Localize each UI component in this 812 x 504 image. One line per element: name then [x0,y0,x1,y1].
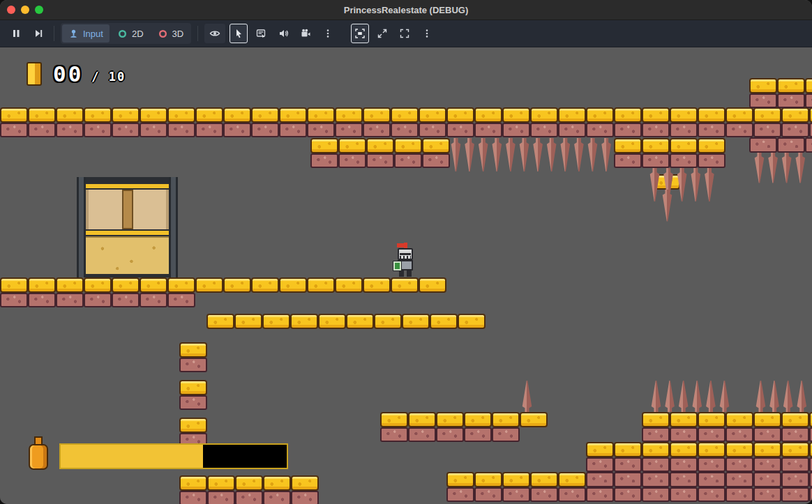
view-menu-button[interactable] [418,24,436,43]
input-mode-button[interactable]: Input [62,24,110,43]
spike-down-icon [477,138,489,171]
dirt-tile [223,123,251,138]
dirt-tile [530,123,558,138]
dirt-tile [446,123,474,138]
gold-tile [346,314,374,329]
dirt-tile [670,457,698,473]
door-icon [27,62,42,86]
spike-down-icon [690,168,702,201]
gold-tile [195,277,223,293]
dirt-tile [391,123,419,138]
dirt-tile [586,487,614,503]
doors-total: / 10 [91,70,126,84]
gold-tile [374,314,402,329]
gold-tile [419,107,446,123]
dirt-tile [781,487,809,503]
dirt-tile [586,457,614,473]
dirt-tile [263,491,291,504]
gold-tile [28,107,56,123]
gold-tile [366,138,394,153]
spike-down-icon [601,138,612,171]
gold-tile [0,277,28,293]
gold-tile [167,277,195,293]
camera-2d-button[interactable]: 2D [111,24,150,43]
camera-3d-button[interactable]: 3D [151,24,190,43]
gold-tile [179,418,207,433]
dirt-tile [614,457,642,473]
spike-down-icon [532,138,544,171]
door-structure [77,177,178,277]
debug-toolbar: Input 2D 3D [0,20,812,47]
dirt-tile [725,427,753,443]
fullscreen-button[interactable] [396,24,414,43]
dirt-tile [207,491,235,504]
spike-up-icon [719,381,730,412]
knight-flag [397,243,405,247]
dirt-tile [446,487,474,503]
gold-tile [291,475,319,491]
gold-tile [310,138,338,153]
gold-tile [809,412,812,427]
dirt-tile [698,427,725,443]
embed-game-button[interactable] [351,24,369,43]
game-viewport[interactable]: 00 / 10 [0,47,812,504]
gold-tile [223,277,251,293]
gold-tile [446,107,474,123]
gold-tile [430,314,458,329]
selection-visible-button[interactable] [204,24,225,43]
more-options-button[interactable] [319,24,337,43]
gold-tile [0,107,28,123]
gold-tile [179,342,207,358]
gold-tile [777,78,805,93]
camera-override-button[interactable] [296,24,315,43]
make-floating-button[interactable] [373,24,391,43]
dirt-tile [112,123,140,138]
gold-tile [251,107,279,123]
gold-tile [290,314,318,329]
gold-tile [558,107,586,123]
knight-character [393,243,418,277]
dirt-tile [28,293,56,308]
minimize-button[interactable] [21,6,29,14]
dirt-tile [781,457,809,473]
gold-tile [670,442,698,457]
dirt-tile [307,123,335,138]
next-frame-button[interactable] [29,24,47,43]
knight-shield [393,261,401,270]
next-frame-icon [33,28,44,39]
gold-tile [391,277,419,293]
dirt-tile [502,123,530,138]
doors-total-count: 10 [109,70,126,84]
camera-3d-label: 3D [172,29,184,39]
dirt-tile [781,427,809,443]
gold-tile [670,412,698,427]
select-list-button[interactable] [252,24,270,43]
select-mode-button[interactable] [230,24,248,43]
gold-tile [642,412,670,427]
zoom-button[interactable] [35,6,43,14]
dirt-tile [586,472,614,487]
dirt-tile [338,153,366,169]
dirt-tile [753,487,781,503]
dirt-tile [809,487,812,503]
dirt-tile [809,472,812,487]
pause-button[interactable] [7,24,25,43]
spike-down-icon [464,138,476,171]
spike-down-icon [703,168,715,201]
gold-tile [698,107,725,123]
gold-tile [335,277,363,293]
dirt-tile [698,487,725,503]
gold-tile [530,472,558,487]
gold-tile [781,107,809,123]
potion-bar [59,443,288,469]
gold-tile [753,442,781,457]
close-button[interactable] [7,6,15,14]
mute-audio-button[interactable] [274,24,292,43]
gold-tile [263,475,291,491]
gold-tile [642,138,670,153]
spike-down-icon [587,138,599,171]
spike-down-icon [450,138,462,171]
gold-tile [502,472,530,487]
dirt-tile [698,153,725,169]
gold-tile [725,107,753,123]
